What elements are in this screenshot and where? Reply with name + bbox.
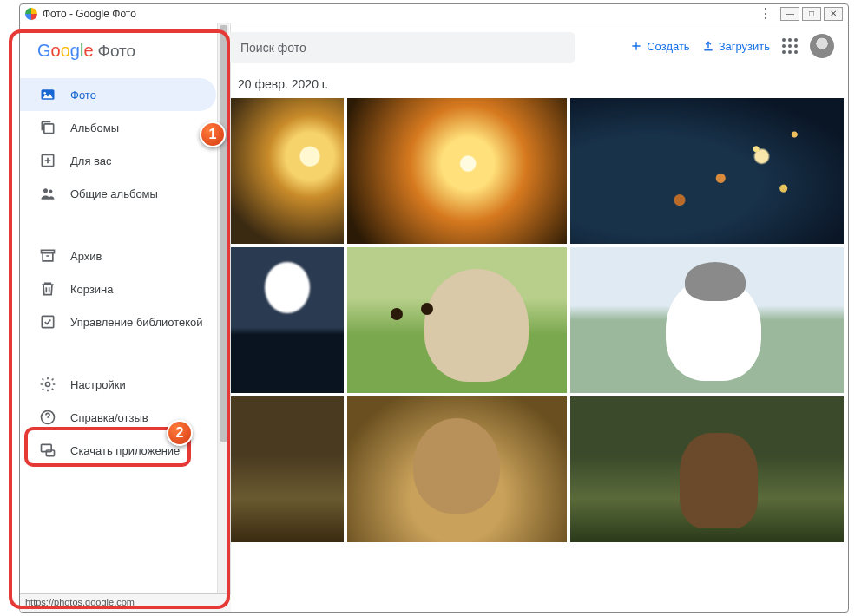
photos-icon [39, 86, 56, 103]
photo-thumb[interactable] [347, 247, 567, 393]
photo-thumb[interactable] [231, 396, 344, 542]
create-button[interactable]: Создать [630, 40, 689, 53]
status-url: https://photos.google.com [25, 597, 135, 607]
nav-label: Альбомы [70, 121, 119, 134]
nav-photos[interactable]: Фото [20, 78, 216, 111]
svg-point-5 [49, 189, 52, 193]
photo-thumb[interactable] [231, 98, 344, 244]
create-label: Создать [647, 40, 689, 53]
brand: Google Фото [20, 29, 230, 78]
nav-label: Архив [70, 250, 102, 263]
shared-icon [39, 185, 56, 202]
nav-settings[interactable]: Настройки [20, 368, 216, 401]
brand-product: Фото [98, 42, 136, 61]
callout-badge-1: 1 [200, 121, 226, 147]
minimize-button[interactable]: — [780, 7, 799, 21]
app-icon [25, 8, 37, 20]
nav-label: Корзина [70, 283, 114, 296]
upload-icon [702, 40, 714, 52]
photo-thumb[interactable] [570, 396, 844, 542]
nav-label: Общие альбомы [70, 187, 158, 200]
nav-archive[interactable]: Архив [20, 239, 216, 272]
photo-thumb[interactable] [347, 396, 567, 542]
header-actions: Создать Загрузить [630, 34, 834, 58]
archive-icon [39, 247, 56, 265]
titlebar: Фото - Google Фото ⋮ — □ ✕ [20, 4, 848, 23]
photo-thumb[interactable] [570, 247, 844, 393]
nav-foryou[interactable]: Для вас [20, 144, 216, 177]
photo-thumb[interactable] [347, 98, 567, 244]
nav-library[interactable]: Управление библиотекой [20, 305, 216, 338]
nav-label: Скачать приложение [70, 444, 180, 457]
nav-label: Управление библиотекой [70, 316, 203, 329]
library-icon [39, 313, 56, 331]
close-button[interactable]: ✕ [824, 7, 843, 21]
app-window: Фото - Google Фото ⋮ — □ ✕ Google Фото Ф… [19, 3, 849, 613]
foryou-icon [39, 152, 56, 169]
maximize-button[interactable]: □ [802, 7, 821, 21]
avatar[interactable] [810, 34, 834, 58]
photo-grid: 20 февр. 2020 г. [231, 72, 848, 612]
sidebar: Google Фото Фото Альбомы Для вас [20, 23, 231, 612]
svg-rect-2 [44, 124, 54, 134]
apps-icon[interactable] [782, 38, 798, 54]
svg-rect-7 [42, 316, 53, 327]
svg-rect-6 [42, 250, 55, 252]
svg-point-8 [46, 383, 50, 387]
nav: Фото Альбомы Для вас Общие альбомы [20, 78, 230, 467]
date-header: 20 февр. 2020 г. [231, 72, 848, 98]
search-input[interactable]: Поиск фото [228, 32, 575, 63]
upload-button[interactable]: Загрузить [702, 40, 770, 53]
callout-badge-2: 2 [167, 420, 193, 446]
nav-albums[interactable]: Альбомы [20, 111, 216, 144]
albums-icon [39, 119, 56, 136]
download-icon [39, 442, 56, 459]
nav-label: Фото [70, 88, 96, 102]
nav-trash[interactable]: Корзина [20, 272, 216, 305]
help-icon [39, 409, 56, 426]
nav-label: Справка/отзыв [70, 411, 148, 424]
photo-thumb[interactable] [231, 247, 344, 393]
nav-shared[interactable]: Общие альбомы [20, 177, 216, 210]
window-title: Фото - Google Фото [43, 8, 136, 20]
upload-label: Загрузить [719, 40, 770, 53]
plus-icon [630, 40, 642, 52]
gear-icon [39, 376, 56, 393]
svg-point-1 [43, 92, 46, 95]
google-logo: Google [37, 41, 94, 61]
search-placeholder: Поиск фото [240, 41, 306, 55]
sidebar-scrollbar[interactable] [217, 23, 229, 593]
photo-thumb[interactable] [570, 98, 844, 244]
content-area: Google Фото Фото Альбомы Для вас [20, 23, 848, 612]
trash-icon [39, 280, 56, 298]
nav-label: Настройки [70, 378, 126, 391]
svg-point-4 [43, 188, 48, 193]
kebab-icon[interactable]: ⋮ [759, 5, 773, 22]
nav-label: Для вас [70, 154, 112, 167]
status-bar: https://photos.google.com [20, 593, 231, 612]
